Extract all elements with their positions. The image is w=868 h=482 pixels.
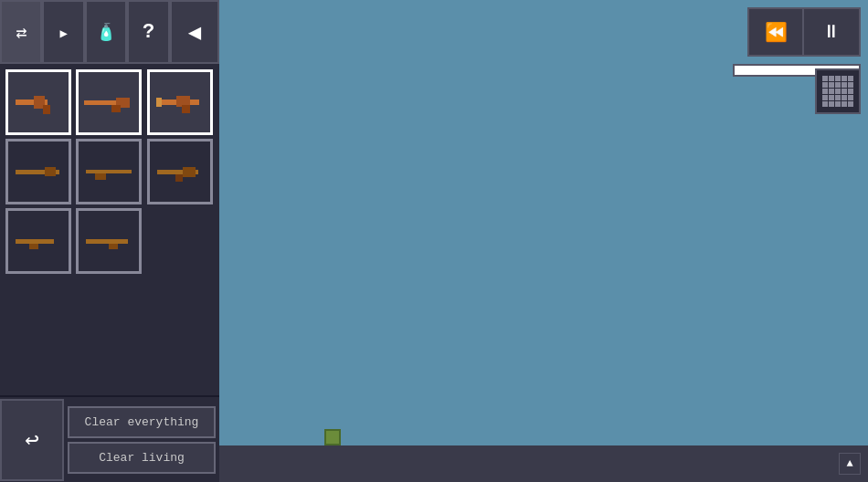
arrow-right-icon	[60, 22, 68, 43]
svg-rect-9	[156, 98, 162, 107]
svg-rect-8	[182, 105, 190, 113]
left-panel: Clear everything Clear living	[0, 0, 219, 482]
svg-rect-19	[86, 239, 128, 244]
rewind-button[interactable]: ⏪	[749, 9, 804, 55]
svg-rect-13	[95, 173, 106, 180]
scroll-right-button[interactable]: ▲	[839, 453, 861, 475]
pause-button[interactable]: ⏸	[804, 9, 859, 55]
item-cell-1[interactable]	[5, 69, 71, 135]
weapon-sprite-4	[16, 162, 61, 182]
item-cell-7[interactable]	[5, 208, 71, 274]
exit-button[interactable]	[0, 399, 64, 481]
back-button[interactable]	[170, 0, 219, 64]
pause-icon: ⏸	[822, 21, 841, 43]
item-cell-5[interactable]	[76, 139, 142, 204]
weapon-sprite-2	[84, 91, 134, 114]
item-cell-4[interactable]	[5, 139, 71, 204]
svg-rect-15	[183, 167, 196, 177]
svg-rect-17	[16, 239, 54, 244]
item-cell-3[interactable]	[147, 69, 213, 135]
svg-rect-5	[111, 105, 121, 112]
grid-icon	[822, 76, 853, 107]
item-cell-2[interactable]	[76, 69, 142, 135]
clear-living-button[interactable]: Clear living	[68, 442, 216, 474]
items-grid	[0, 64, 219, 395]
bottle-button[interactable]	[85, 0, 127, 64]
swap-icon	[16, 21, 26, 44]
exit-icon	[25, 425, 39, 455]
grid-toggle-button[interactable]	[815, 68, 861, 114]
toolbar	[0, 0, 219, 64]
back-arrow-icon	[188, 18, 201, 47]
rewind-icon: ⏪	[765, 21, 788, 44]
scroll-right-icon: ▲	[846, 457, 852, 470]
svg-rect-16	[175, 174, 183, 182]
item-cell-6[interactable]	[147, 139, 213, 204]
svg-rect-18	[29, 244, 38, 249]
game-ground	[219, 445, 868, 482]
bottle-icon	[96, 22, 116, 43]
svg-rect-20	[109, 244, 118, 249]
weapon-sprite-1	[16, 89, 61, 116]
clear-everything-button[interactable]: Clear everything	[68, 406, 216, 438]
svg-rect-2	[43, 105, 50, 114]
weapon-sprite-7	[16, 231, 61, 251]
question-icon	[143, 21, 154, 44]
grid-toggle[interactable]	[815, 68, 861, 114]
svg-rect-11	[45, 167, 56, 176]
weapon-sprite-3	[156, 89, 204, 115]
weapon-sprite-8	[86, 231, 132, 251]
question-button[interactable]	[127, 0, 169, 64]
weapon-sprite-5	[86, 162, 132, 182]
clear-buttons-container: Clear everything Clear living	[64, 403, 219, 477]
playback-controls: ⏪ ⏸	[747, 7, 861, 57]
bottom-area: Clear everything Clear living	[0, 395, 219, 482]
svg-rect-12	[86, 170, 132, 173]
weapon-sprite-6	[157, 161, 203, 183]
swap-button[interactable]	[0, 0, 42, 64]
arrow-right-button[interactable]	[42, 0, 84, 64]
game-creature	[324, 429, 341, 445]
item-cell-8[interactable]	[76, 208, 142, 274]
